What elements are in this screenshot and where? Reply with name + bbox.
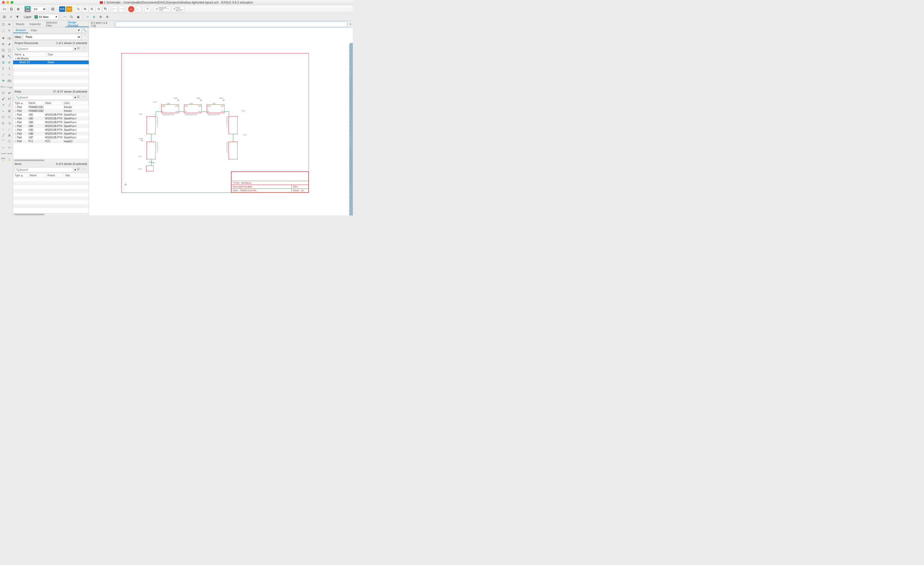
parts-grid[interactable]: ⊹PartFRAME1G$1frames⊹PartFRAME1G$2frames…: [13, 105, 89, 159]
hexagon-tool[interactable]: ⬠: [7, 138, 12, 144]
pinswap-tool[interactable]: ⇄: [7, 90, 12, 96]
docs-grid[interactable]: ▼All Sheets Sheet 1/1Sheet: [13, 57, 89, 89]
open-button[interactable]: [2, 6, 8, 12]
subtab-browser[interactable]: Browser: [13, 27, 28, 33]
more-icon[interactable]: ⋯: [82, 167, 87, 172]
cursor-tool[interactable]: ↖: [7, 28, 12, 33]
table-row[interactable]: ⊹PartU$4WS2812B-PTHSparkFun-l: [13, 124, 89, 128]
layer-selector[interactable]: 91 Nets▾: [33, 14, 58, 20]
rotate-tool[interactable]: ⟳: [0, 42, 6, 47]
wrench-tool[interactable]: 🔧: [7, 54, 12, 59]
gear1-icon[interactable]: ⚙: [98, 14, 104, 20]
gate-close-tool[interactable]: ⟦: [0, 66, 6, 71]
tag-tool[interactable]: 🏷: [7, 96, 12, 102]
table-row[interactable]: ⊹PartU$3WS2812B-PTHSparkFun-l: [13, 120, 89, 124]
value-tool[interactable]: R210k: [7, 84, 12, 90]
table-row[interactable]: ⊹PartU$1WS2812B-PTHSparkFun-l: [13, 113, 89, 117]
filter-icon[interactable]: [15, 14, 20, 20]
zoom-select-button[interactable]: [103, 6, 109, 12]
table-row[interactable]: ⊹PartU$5WS2812B-PTHSparkFun-l: [13, 128, 89, 132]
pcb-quote-button[interactable]: ☰PCBQUOTE: [171, 6, 184, 12]
paste-tool[interactable]: 📋: [7, 48, 12, 53]
zoom-tool-button[interactable]: [69, 14, 74, 20]
invoke-tool[interactable]: ⊞: [7, 108, 12, 114]
layers-button[interactable]: [2, 14, 7, 20]
ulp-button[interactable]: ULP: [66, 6, 72, 12]
highlight-button[interactable]: ▣: [75, 14, 81, 20]
split-tool[interactable]: ↗: [0, 102, 6, 108]
items-grid[interactable]: [13, 177, 89, 213]
wire-style-button[interactable]: 〰: [62, 14, 68, 20]
docs-search[interactable]: 🔍: [15, 46, 74, 51]
erc-button[interactable]: ERC✓: [0, 157, 6, 162]
locate-button[interactable]: ⬈: [76, 28, 81, 33]
port-out-tool[interactable]: ⊐: [7, 120, 12, 126]
design-link-button[interactable]: 🔗DESIGNLINK▼: [154, 6, 171, 12]
list-view-icon[interactable]: ☰: [77, 47, 82, 51]
subtab-filter[interactable]: Filter: [28, 27, 39, 33]
add-part-tool[interactable]: ⊞: [0, 60, 6, 65]
wire-draw-tool[interactable]: ╱: [0, 132, 6, 138]
arrow-in-tool[interactable]: →: [0, 126, 6, 132]
circle-tool[interactable]: ○: [0, 145, 6, 150]
bus-tool[interactable]: ⌐: [7, 72, 12, 77]
add-gate-button[interactable]: ↗: [85, 14, 90, 20]
table-row[interactable]: ⊹PartFRAME1G$2frames: [13, 109, 89, 113]
view-selector[interactable]: Parts: [23, 34, 81, 40]
net-tool[interactable]: ⌐: [0, 72, 6, 77]
help-button[interactable]: ?: [144, 6, 150, 12]
tab-sheets[interactable]: Sheets: [13, 21, 27, 27]
zoom-in-button[interactable]: [82, 6, 88, 12]
save-button[interactable]: [8, 6, 14, 12]
move-tool[interactable]: ✥: [0, 35, 6, 41]
polygon-tool[interactable]: ⬠: [0, 114, 6, 120]
smash-tool[interactable]: ⬡: [0, 90, 6, 96]
more-icon[interactable]: ⋯: [82, 95, 87, 100]
redo-button[interactable]: ⟶: [119, 6, 125, 12]
close-window[interactable]: [2, 1, 5, 4]
copy-tool[interactable]: ⿻: [0, 48, 6, 53]
items-scrollbar[interactable]: [13, 213, 89, 215]
command-line[interactable]: [115, 21, 347, 27]
search-dropdown-icon[interactable]: ▾: [75, 96, 76, 99]
go-button[interactable]: ▷: [135, 6, 141, 12]
scr-button[interactable]: SCR: [59, 6, 65, 12]
add-net-button[interactable]: ⊕: [91, 14, 97, 20]
dimension-tool[interactable]: ⟼: [0, 151, 6, 156]
text-tool[interactable]: A: [7, 132, 12, 138]
sch-brd-toggle[interactable]: SCHBRD: [24, 6, 31, 12]
search-dropdown-icon[interactable]: ▾: [75, 47, 76, 51]
junction-tool[interactable]: ✚: [0, 78, 6, 83]
tab-design-manager[interactable]: Design Manager: [65, 21, 89, 27]
gate-open-tool[interactable]: ⟧: [7, 66, 12, 71]
line-tool[interactable]: ╱: [7, 102, 12, 108]
group-move-tool[interactable]: ⬈: [7, 42, 12, 47]
list-view-icon[interactable]: ☰: [77, 95, 82, 100]
polygon-pour-tool[interactable]: ⬠: [7, 114, 12, 120]
grid-button[interactable]: [50, 6, 56, 12]
zoom-redraw-button[interactable]: [96, 6, 102, 12]
mirror-tool[interactable]: ◁▷: [7, 35, 12, 41]
replace-tool[interactable]: ⊕: [7, 60, 12, 65]
table-row[interactable]: ⊹PartU$6WS2812B-PTHSparkFun-l: [13, 132, 89, 135]
port-in-tool[interactable]: ⊏: [0, 120, 6, 126]
tab-selection-filter[interactable]: Selection Filter: [44, 21, 65, 27]
name-tool[interactable]: R210k: [0, 84, 6, 90]
sheet-selector[interactable]: 1/1: [32, 6, 46, 12]
print-button[interactable]: [15, 6, 21, 12]
zoom-fit-button[interactable]: [75, 6, 81, 12]
table-row[interactable]: ⊹PartU$7WS2812B-PTHSparkFun-l: [13, 135, 89, 139]
info-tool[interactable]: ⓘ: [0, 22, 6, 27]
schematic-canvas[interactable]: + U$3 VDD VSS DI DO WS2812B-PTH GND U$4 …: [89, 28, 353, 215]
arc-tool[interactable]: ⌒: [0, 138, 6, 144]
view-help-icon[interactable]: ?: [82, 35, 87, 39]
label-tool[interactable]: AB: [7, 78, 12, 83]
warnings-button[interactable]: ⚠: [7, 157, 12, 162]
cmdline-dropdown-icon[interactable]: ▾: [348, 23, 353, 26]
zoom-out-button[interactable]: [89, 6, 95, 12]
tab-inspector[interactable]: Inspector: [27, 21, 43, 27]
parts-search[interactable]: 🔍: [15, 95, 74, 100]
zoom-to-button[interactable]: 🔍: [82, 28, 87, 33]
more-icon[interactable]: ⋯: [82, 47, 87, 51]
items-search[interactable]: 🔍: [15, 167, 74, 172]
